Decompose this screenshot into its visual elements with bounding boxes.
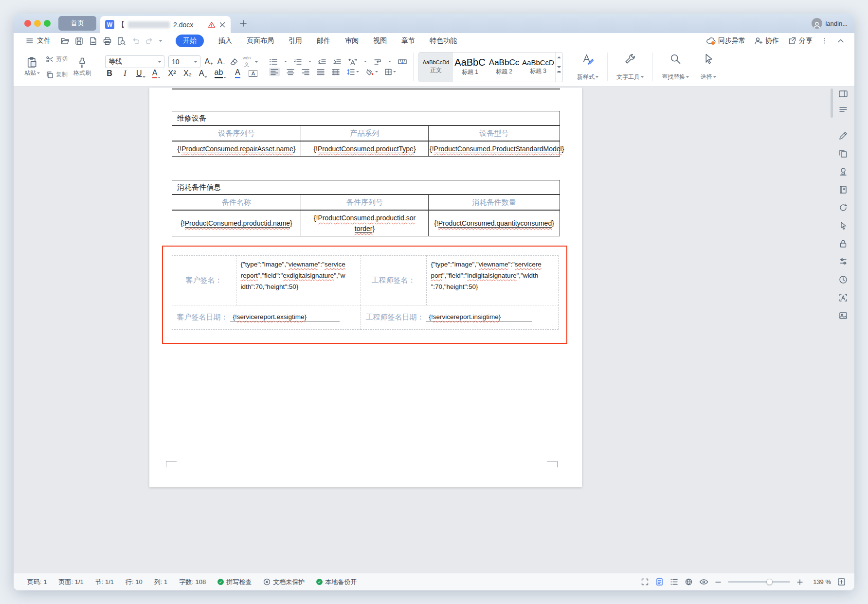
highlight-button[interactable]: ab <box>215 68 227 78</box>
undo-icon[interactable] <box>131 36 140 46</box>
char-scale-icon[interactable] <box>348 58 358 66</box>
pinyin-guide-button[interactable]: wén文 <box>242 55 251 68</box>
hamburger-icon[interactable] <box>25 36 34 45</box>
tab-insert[interactable]: 插入 <box>218 36 232 45</box>
collaborate-button[interactable]: 协作 <box>754 36 779 45</box>
zoom-value[interactable]: 139 % <box>810 578 831 586</box>
qat-dropdown-caret[interactable] <box>159 40 162 42</box>
tab-view[interactable]: 视图 <box>373 36 387 45</box>
style-normal[interactable]: AaBbCcDd 正文 <box>419 53 453 82</box>
select-button[interactable]: 选择 <box>697 51 720 83</box>
font-size-select[interactable]: 10 <box>168 55 200 68</box>
vertical-scrollbar[interactable] <box>831 89 833 118</box>
fullscreen-icon[interactable] <box>641 578 649 586</box>
sync-circle-icon[interactable] <box>838 203 848 213</box>
new-tab-button[interactable] <box>237 18 249 29</box>
outline-lines-icon[interactable] <box>839 107 848 112</box>
print-icon[interactable] <box>103 36 112 46</box>
text-effects-button[interactable]: A <box>199 69 208 78</box>
ocr-a-icon[interactable] <box>838 293 848 302</box>
page-view-icon[interactable] <box>655 578 664 586</box>
outdent-icon[interactable] <box>318 58 326 66</box>
repair-equipment-table[interactable]: 维修设备 设备序列号 产品系列 设备型号 {!ProductConsumed.r… <box>172 111 560 157</box>
notebook-icon[interactable] <box>838 185 848 195</box>
edit-pen-icon[interactable] <box>838 131 848 141</box>
underline-button[interactable]: U <box>136 69 145 78</box>
style-heading1[interactable]: AaBbC 标题 1 <box>453 53 487 82</box>
consumed-parts-table[interactable]: 消耗备件信息 备件名称 备件序列号 消耗备件数量 {!ProductConsum… <box>172 180 560 236</box>
char-color-button[interactable]: A <box>152 69 161 78</box>
zoom-slider-thumb[interactable] <box>766 579 773 585</box>
style-heading2[interactable]: AaBbCc 标题 2 <box>487 53 521 82</box>
bold-button[interactable]: B <box>105 69 114 78</box>
image-icon[interactable] <box>838 311 848 320</box>
print-preview-icon[interactable] <box>117 36 126 46</box>
spell-check-status[interactable]: ✓ 拼写检查 <box>217 578 252 586</box>
collapse-ribbon-icon[interactable] <box>837 37 845 44</box>
signature-table[interactable]: 客户签名： {"type":"image","viewname":"servic… <box>172 255 558 329</box>
style-gallery-expand[interactable] <box>556 72 562 82</box>
borders-button[interactable] <box>384 69 396 75</box>
seal-icon[interactable] <box>838 167 848 177</box>
shading-button[interactable] <box>365 69 378 75</box>
align-center-icon[interactable] <box>286 69 295 75</box>
grow-font-button[interactable]: A+ <box>204 57 213 66</box>
close-traffic-light[interactable] <box>24 20 31 27</box>
read-view-icon[interactable] <box>699 578 708 586</box>
paste-button[interactable]: 粘贴 <box>20 54 44 79</box>
cut-button[interactable]: 剪切 <box>44 54 70 64</box>
new-style-button[interactable]: 新样式 <box>573 51 602 83</box>
superscript-button[interactable]: X² <box>168 69 177 78</box>
save-icon[interactable] <box>74 36 84 46</box>
text-tool-button[interactable]: 文字工具 <box>613 51 648 83</box>
enclose-char-button[interactable]: A <box>249 70 257 77</box>
font-color-button[interactable]: A <box>233 68 242 78</box>
account-area[interactable]: landin... <box>812 18 848 29</box>
align-left-button[interactable] <box>269 68 280 76</box>
outline-view-icon[interactable] <box>670 578 678 586</box>
copy-button[interactable]: 复制 <box>44 70 70 80</box>
tab-start[interactable]: 开始 <box>176 35 204 47</box>
wrap-icon[interactable] <box>373 58 382 66</box>
web-view-icon[interactable] <box>685 578 693 586</box>
format-painter-button[interactable]: 格式刷 <box>70 54 95 79</box>
close-tab-icon[interactable] <box>219 21 226 28</box>
style-heading3[interactable]: AaBbCcD 标题 3 <box>521 53 555 82</box>
tab-ruler-icon[interactable] <box>398 58 407 66</box>
style-scroll-down[interactable] <box>556 62 562 72</box>
local-backup-status[interactable]: ✓ 本地备份开 <box>316 578 357 586</box>
folder-open-icon[interactable] <box>60 36 70 46</box>
distribute-icon[interactable] <box>331 69 340 75</box>
document-tab[interactable]: W 【 2.docx <box>100 16 231 33</box>
tab-mailings[interactable]: 邮件 <box>317 36 330 45</box>
tab-review[interactable]: 审阅 <box>345 36 359 45</box>
adjust-sliders-icon[interactable] <box>838 257 848 266</box>
zoom-out-icon[interactable] <box>715 579 722 586</box>
find-replace-button[interactable]: 查找替换 <box>658 51 693 83</box>
tab-references[interactable]: 引用 <box>289 36 302 45</box>
panel-toggle-icon[interactable] <box>838 89 848 98</box>
fit-page-icon[interactable] <box>837 578 846 586</box>
bullet-list-icon[interactable] <box>269 58 278 66</box>
export-pdf-icon[interactable] <box>89 36 98 46</box>
document-protection-status[interactable]: 文档未保护 <box>263 578 305 586</box>
document-page[interactable]: 维修设备 设备序列号 产品系列 设备型号 {!ProductConsumed.r… <box>149 88 582 487</box>
subscript-button[interactable]: X₂ <box>183 69 192 78</box>
style-scroll-up[interactable] <box>556 53 562 62</box>
shrink-font-button[interactable]: A− <box>217 57 226 66</box>
file-menu[interactable]: 文件 <box>34 36 54 45</box>
cursor-icon[interactable] <box>838 221 848 231</box>
home-tab[interactable]: 首页 <box>58 16 96 31</box>
zoom-in-icon[interactable] <box>796 579 803 586</box>
italic-button[interactable]: I <box>121 69 129 78</box>
minimize-traffic-light[interactable] <box>34 20 41 27</box>
tab-page-layout[interactable]: 页面布局 <box>247 36 274 45</box>
pages-copy-icon[interactable] <box>838 149 848 159</box>
numbered-list-icon[interactable] <box>293 58 302 66</box>
share-button[interactable]: 分享 <box>788 36 813 45</box>
tab-special-features[interactable]: 特色功能 <box>430 36 457 45</box>
eraser-icon[interactable] <box>230 57 238 66</box>
status-word-count[interactable]: 字数: 108 <box>179 578 206 586</box>
tab-section[interactable]: 章节 <box>401 36 415 45</box>
redo-icon[interactable] <box>145 36 154 46</box>
